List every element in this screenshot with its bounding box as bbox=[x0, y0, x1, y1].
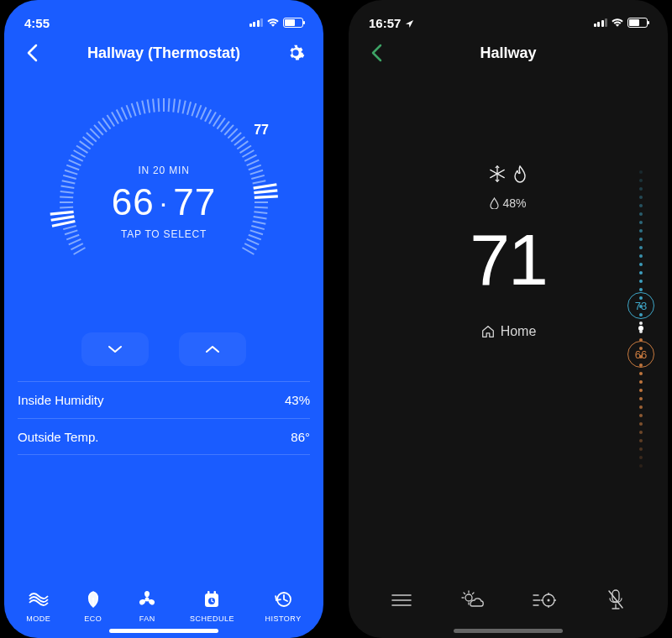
chevron-left-icon bbox=[370, 44, 382, 62]
svg-line-97 bbox=[464, 593, 465, 594]
tab-history-label: HISTORY bbox=[265, 614, 301, 623]
range-high: 77 bbox=[173, 181, 216, 223]
weather-button[interactable] bbox=[459, 586, 487, 614]
cellular-icon bbox=[594, 18, 608, 27]
home-icon bbox=[480, 324, 496, 339]
slider-track bbox=[639, 168, 643, 470]
hamburger-icon bbox=[391, 593, 412, 608]
page-title: Hallway (Thermostat) bbox=[87, 44, 240, 62]
svg-point-93 bbox=[465, 594, 472, 601]
tab-schedule-label: SCHEDULE bbox=[190, 614, 234, 623]
battery-icon bbox=[283, 18, 303, 28]
room-name: Home bbox=[501, 324, 537, 339]
home-indicator bbox=[109, 629, 218, 633]
mode-icon bbox=[27, 588, 50, 611]
tap-hint: TAP TO SELECT bbox=[121, 228, 207, 240]
schedule-icon bbox=[200, 588, 223, 611]
settings-button[interactable] bbox=[285, 42, 307, 64]
chevron-left-icon bbox=[26, 44, 38, 62]
thermostat-dial[interactable]: null 77 IN 20 MIN 66 · 77 TAP TO SELECT bbox=[34, 72, 294, 332]
temp-range: 66 · 77 bbox=[112, 181, 216, 223]
tab-mode[interactable]: MODE bbox=[26, 588, 50, 623]
snowflake-icon bbox=[488, 165, 507, 183]
bottom-bar bbox=[349, 586, 668, 614]
current-temp: 71 bbox=[470, 223, 547, 295]
setpoint-slider[interactable]: 73 66 bbox=[624, 168, 658, 470]
slider-midpoint bbox=[638, 326, 643, 331]
menu-button[interactable] bbox=[387, 586, 416, 614]
humidity-value: 43% bbox=[285, 393, 310, 407]
range-low: 66 bbox=[112, 181, 155, 223]
humidity-row: Inside Humidity 43% bbox=[18, 381, 310, 418]
eco-icon bbox=[81, 588, 105, 611]
history-icon bbox=[271, 588, 295, 611]
home-indicator bbox=[454, 629, 563, 633]
fan-settings-icon bbox=[532, 589, 557, 611]
chevron-up-icon bbox=[205, 344, 220, 354]
mode-icons bbox=[488, 165, 528, 183]
tab-fan-label: FAN bbox=[139, 614, 155, 623]
status-bar: 4:55 bbox=[4, 0, 323, 37]
tab-eco-label: ECO bbox=[84, 614, 102, 623]
main-display: 48% 71 Home bbox=[349, 72, 668, 339]
weather-icon bbox=[460, 589, 486, 611]
tab-bar: MODE ECO FAN SCHEDULE HISTORY bbox=[4, 588, 323, 623]
chevron-down-icon bbox=[108, 344, 123, 354]
status-time: 16:57 bbox=[369, 16, 414, 30]
svg-point-103 bbox=[547, 599, 549, 602]
tab-eco[interactable]: ECO bbox=[81, 588, 105, 623]
mic-off-icon bbox=[606, 588, 625, 612]
tab-history[interactable]: HISTORY bbox=[265, 588, 301, 623]
cool-setpoint-handle[interactable]: 73 bbox=[627, 292, 654, 319]
gear-icon bbox=[286, 44, 305, 62]
humidity-value: 48% bbox=[502, 196, 526, 210]
wifi-icon bbox=[611, 18, 624, 28]
eta-label: IN 20 MIN bbox=[138, 165, 189, 176]
thermostat-app-blue: 4:55 Hallway (Thermostat) null bbox=[4, 0, 323, 638]
tab-schedule[interactable]: SCHEDULE bbox=[190, 588, 234, 623]
back-button[interactable] bbox=[21, 42, 43, 64]
page-title: Hallway bbox=[480, 44, 536, 62]
humidity-display: 48% bbox=[490, 196, 526, 210]
droplet-icon bbox=[490, 197, 499, 209]
wifi-icon bbox=[266, 18, 280, 28]
outside-label: Outside Temp. bbox=[18, 430, 98, 444]
temp-adjust-controls bbox=[4, 332, 323, 366]
svg-rect-83 bbox=[207, 591, 210, 595]
dial-center: IN 20 MIN 66 · 77 TAP TO SELECT bbox=[34, 72, 294, 332]
outside-value: 86° bbox=[291, 430, 310, 444]
tab-mode-label: MODE bbox=[26, 614, 50, 623]
humidity-label: Inside Humidity bbox=[18, 393, 104, 407]
temp-down-button[interactable] bbox=[81, 332, 149, 366]
outside-temp-row: Outside Temp. 86° bbox=[18, 418, 310, 455]
status-time: 4:55 bbox=[24, 16, 50, 30]
battery-icon bbox=[627, 18, 648, 28]
settings-button[interactable] bbox=[530, 586, 559, 614]
location-icon bbox=[405, 19, 414, 29]
status-bar: 16:57 bbox=[349, 0, 668, 37]
room-label[interactable]: Home bbox=[480, 324, 537, 339]
cellular-icon bbox=[249, 18, 264, 27]
flame-icon bbox=[512, 165, 528, 183]
nav-bar: Hallway (Thermostat) bbox=[4, 37, 323, 72]
mic-button[interactable] bbox=[601, 586, 630, 614]
svg-line-98 bbox=[472, 593, 474, 594]
thermostat-app-dark: 16:57 Hallway 48% 71 bbox=[349, 0, 668, 638]
nav-bar: Hallway bbox=[349, 37, 668, 72]
heat-setpoint-handle[interactable]: 66 bbox=[627, 341, 654, 368]
svg-rect-84 bbox=[214, 591, 217, 595]
tab-fan[interactable]: FAN bbox=[135, 588, 159, 623]
temp-up-button[interactable] bbox=[179, 332, 246, 366]
info-rows: Inside Humidity 43% Outside Temp. 86° bbox=[4, 381, 323, 455]
fan-icon bbox=[135, 588, 159, 611]
back-button[interactable] bbox=[365, 42, 387, 64]
